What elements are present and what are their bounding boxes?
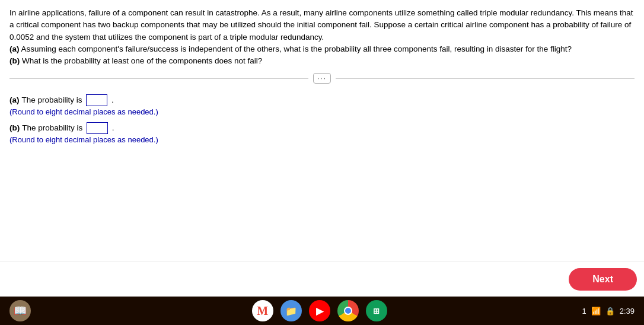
next-button[interactable]: Next (569, 268, 637, 291)
answer-row-a: (a) The probability is . (Round to eight… (9, 94, 635, 116)
answer-a-input[interactable] (86, 94, 107, 106)
answer-b-text: The probability is (22, 123, 85, 132)
part-a-label: (a) (9, 44, 20, 53)
answer-b-prefix: (b) (9, 123, 20, 132)
taskbar: 📖 M 📁 ▶ ⊞ 1 📶 🔒 2:39 (0, 297, 644, 325)
part-b-text: What is the probability at least one of … (22, 56, 262, 65)
taskbar-icons: M 📁 ▶ ⊞ (57, 300, 582, 321)
files-icon[interactable]: 📁 (280, 300, 302, 321)
answer-a-period: . (111, 95, 114, 104)
status-number: 1 (582, 307, 586, 316)
next-area: Next (0, 261, 644, 297)
divider-dots: ··· (313, 73, 331, 84)
answer-a-prefix: (a) (9, 95, 20, 104)
wifi-icon: 📶 (591, 307, 601, 316)
answer-b-round-note: (Round to eight decimal places as needed… (9, 135, 635, 144)
answer-b-period: . (112, 123, 114, 132)
question-text: In airline applications, failure of a co… (9, 7, 635, 67)
divider-line-right (336, 78, 635, 79)
answer-row-b: (b) The probability is . (Round to eight… (9, 122, 635, 144)
chrome-icon[interactable] (337, 300, 359, 321)
youtube-icon[interactable]: ▶ (309, 300, 330, 321)
avatar-icon: 📖 (9, 300, 31, 321)
taskbar-right: 1 📶 🔒 2:39 (582, 307, 635, 316)
battery-icon: 🔒 (605, 307, 615, 316)
taskbar-left: 📖 (9, 300, 57, 321)
part-b-label: (b) (9, 56, 20, 65)
answer-section: (a) The probability is . (Round to eight… (9, 90, 635, 155)
answer-a-round-note: (Round to eight decimal places as needed… (9, 107, 635, 116)
main-content: In airline applications, failure of a co… (0, 0, 644, 261)
divider: ··· (9, 73, 635, 84)
gmail-icon[interactable]: M (252, 300, 273, 321)
answer-b-input[interactable] (87, 122, 108, 134)
divider-line-left (9, 78, 308, 79)
part-a-text: Assuming each component's failure/succes… (21, 44, 572, 53)
question-intro: In airline applications, failure of a co… (9, 8, 633, 42)
sheets-icon[interactable]: ⊞ (366, 300, 387, 321)
clock: 2:39 (620, 307, 635, 316)
answer-a-text: The probability is (21, 95, 84, 104)
